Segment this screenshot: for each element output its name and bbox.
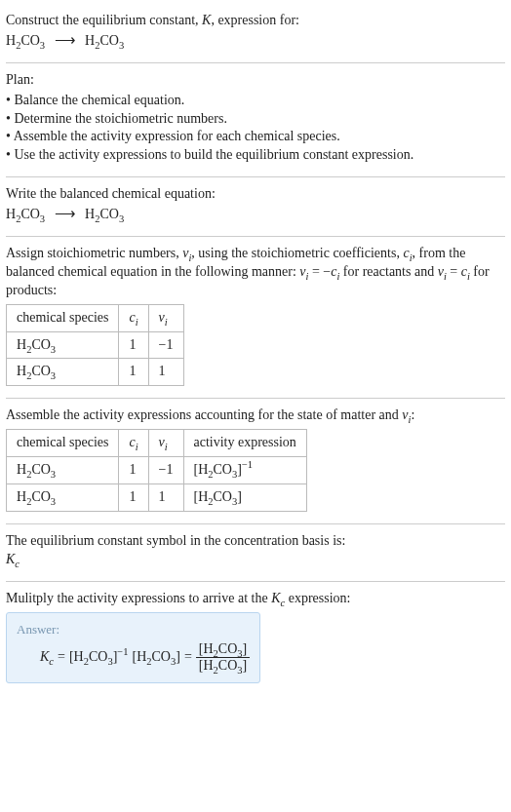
cell-nui: 1 <box>148 359 183 386</box>
col-nui: νi <box>148 304 183 331</box>
col-ci: ci <box>119 304 148 331</box>
sub-i: i <box>136 316 138 327</box>
plan-bullet: • Use the activity expressions to build … <box>6 146 505 165</box>
multiply-line: Mulitply the activity expressions to arr… <box>6 590 505 608</box>
K: K <box>271 591 280 605</box>
prompt-equation: H2CO3 ⟶ H2CO3 <box>6 30 505 51</box>
activity-table: chemical species ci νi activity expressi… <box>6 429 307 512</box>
assign-part: Assign stoichiometric numbers, <box>6 246 182 260</box>
cell-species: H2CO3 <box>7 457 119 484</box>
assign-part: , using the stoichiometric coefficients, <box>191 246 403 260</box>
balanced-equation: H2CO3 ⟶ H2CO3 <box>6 204 505 224</box>
nu-symbol: νi <box>182 246 191 260</box>
plan-title: Plan: <box>6 71 505 90</box>
intro-part: Assemble the activity expressions accoun… <box>6 407 402 422</box>
c-symbol: ci <box>403 246 412 260</box>
cell-ci: 1 <box>119 484 148 512</box>
term1: [H2CO3]−1 <box>69 648 129 667</box>
stoich-table: chemical species ci νi H2CO3 1 −1 H2CO3 … <box>6 304 184 387</box>
cell-activity: [H2CO3] <box>183 484 306 512</box>
col-nui: νi <box>148 430 183 457</box>
numerator: [H2CO3] <box>196 641 250 657</box>
reactant: H2CO3 <box>6 33 45 48</box>
K: K <box>6 552 15 566</box>
mult-part: expression: <box>285 591 350 605</box>
table-header-row: chemical species ci νi <box>7 304 184 331</box>
sub-i: i <box>165 442 168 452</box>
prompt-K: K <box>202 13 211 27</box>
assign-section: Assign stoichiometric numbers, νi, using… <box>6 237 505 399</box>
mult-part: Mulitply the activity expressions to arr… <box>6 591 271 605</box>
kc-symbol-inline: Kc <box>271 591 285 605</box>
cell-species: H2CO3 <box>7 331 119 359</box>
plan-bullet: • Assemble the activity expression for e… <box>6 128 505 146</box>
prompt-suffix: , expression for: <box>211 13 299 27</box>
balanced-intro: Write the balanced chemical equation: <box>6 185 505 204</box>
cell-species: H2CO3 <box>7 484 119 512</box>
plan-bullet: • Balance the chemical equation. <box>6 92 505 110</box>
denominator: [H2CO3] <box>196 658 250 673</box>
basis-line: The equilibrium constant symbol in the c… <box>6 532 505 551</box>
cell-ci: 1 <box>119 331 148 359</box>
col-species: chemical species <box>7 430 119 457</box>
prompt-line: Construct the equilibrium constant, K, e… <box>6 12 505 30</box>
answer-section: Mulitply the activity expressions to arr… <box>6 582 505 695</box>
prompt-section: Construct the equilibrium constant, K, e… <box>6 4 505 63</box>
cell-nui: −1 <box>148 331 183 359</box>
plan-bullet: • Determine the stoichiometric numbers. <box>6 110 505 129</box>
reaction-arrow-icon: ⟶ <box>49 206 82 221</box>
cell-ci: 1 <box>119 359 148 386</box>
cell-ci: 1 <box>119 457 148 484</box>
intro-part: : <box>411 407 414 422</box>
table-row: H2CO3 1 −1 <box>7 331 184 359</box>
assign-part: for reactants and <box>339 264 437 279</box>
product: H2CO3 <box>85 33 124 48</box>
eq-sign: = <box>447 264 461 279</box>
cell-activity: [H2CO3]−1 <box>183 457 306 484</box>
sub-c: c <box>49 655 54 666</box>
plan-bullets: • Balance the chemical equation. • Deter… <box>6 92 505 166</box>
c-symbol: ci <box>331 264 339 279</box>
c-symbol: ci <box>461 264 470 279</box>
K: K <box>40 649 49 664</box>
table-row: H2CO3 1 1 <box>7 359 184 386</box>
col-activity: activity expression <box>183 430 306 457</box>
assign-text: Assign stoichiometric numbers, νi, using… <box>6 245 505 300</box>
plan-section: Plan: • Balance the chemical equation. •… <box>6 63 505 177</box>
reaction-arrow-icon: ⟶ <box>49 32 82 48</box>
activity-intro: Assemble the activity expressions accoun… <box>6 406 505 425</box>
term2: [H2CO3] <box>133 648 180 667</box>
equals: = <box>58 648 65 667</box>
sub-i: i <box>136 442 138 452</box>
table-row: H2CO3 1 −1 [H2CO3]−1 <box>7 457 307 484</box>
kc-symbol: Kc <box>6 551 505 569</box>
cell-nui: −1 <box>148 457 183 484</box>
answer-label: Answer: <box>17 621 250 638</box>
fraction: [H2CO3] [H2CO3] <box>196 641 250 673</box>
cell-species: H2CO3 <box>7 359 119 386</box>
col-ci: ci <box>119 430 148 457</box>
prompt-prefix: Construct the equilibrium constant, <box>6 13 202 27</box>
table-header-row: chemical species ci νi activity expressi… <box>7 430 307 457</box>
reactant: H2CO3 <box>6 207 45 221</box>
kc-symbol: Kc <box>40 648 54 667</box>
col-species: chemical species <box>7 304 119 331</box>
answer-expression: Kc = [H2CO3]−1 [H2CO3] = [H2CO3] [H2CO3] <box>17 641 250 673</box>
activity-section: Assemble the activity expressions accoun… <box>6 399 505 524</box>
table-row: H2CO3 1 1 [H2CO3] <box>7 484 307 512</box>
cell-nui: 1 <box>148 484 183 512</box>
nu-symbol: νi <box>438 264 447 279</box>
equals: = <box>184 648 192 667</box>
answer-box: Answer: Kc = [H2CO3]−1 [H2CO3] = [H2CO3]… <box>6 612 260 683</box>
product: H2CO3 <box>85 207 124 221</box>
sub-c: c <box>15 559 20 569</box>
basis-section: The equilibrium constant symbol in the c… <box>6 524 505 582</box>
eq-sign: = − <box>308 264 331 279</box>
balanced-section: Write the balanced chemical equation: H2… <box>6 177 505 237</box>
sub-i: i <box>165 316 168 327</box>
